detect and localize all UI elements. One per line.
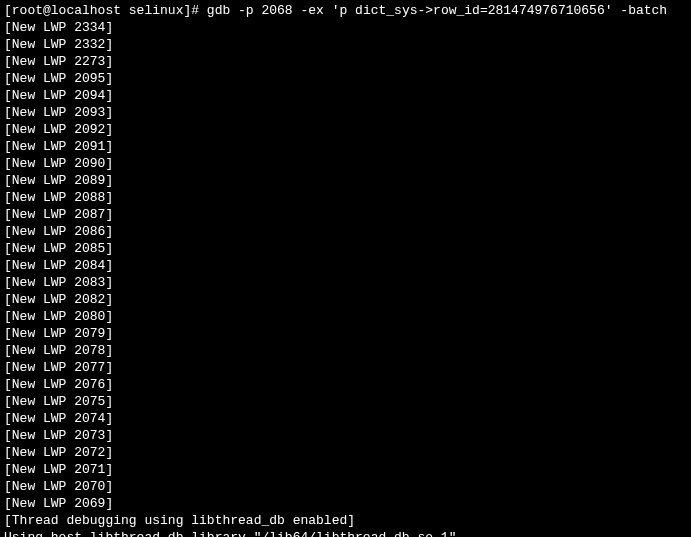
lwp-line: [New LWP 2076] bbox=[4, 376, 687, 393]
lwp-line: [New LWP 2072] bbox=[4, 444, 687, 461]
lwp-line: [New LWP 2089] bbox=[4, 172, 687, 189]
lwp-line: [New LWP 2273] bbox=[4, 53, 687, 70]
lwp-line: [New LWP 2085] bbox=[4, 240, 687, 257]
lwp-line: [New LWP 2077] bbox=[4, 359, 687, 376]
lwp-line: [New LWP 2078] bbox=[4, 342, 687, 359]
lwp-line: [New LWP 2334] bbox=[4, 19, 687, 36]
lwp-line: [New LWP 2094] bbox=[4, 87, 687, 104]
prompt-user-host: [root@localhost selinux]# bbox=[4, 3, 199, 18]
terminal-output: [root@localhost selinux]# gdb -p 2068 -e… bbox=[4, 2, 687, 537]
lwp-line: [New LWP 2074] bbox=[4, 410, 687, 427]
lwp-line: [New LWP 2071] bbox=[4, 461, 687, 478]
lwp-line: [New LWP 2095] bbox=[4, 70, 687, 87]
lwp-line: [New LWP 2088] bbox=[4, 189, 687, 206]
lwp-line: [New LWP 2087] bbox=[4, 206, 687, 223]
command-text: gdb -p 2068 -ex 'p dict_sys->row_id=2814… bbox=[207, 3, 667, 18]
lwp-line: [New LWP 2079] bbox=[4, 325, 687, 342]
lwp-line: [New LWP 2070] bbox=[4, 478, 687, 495]
lwp-line: [New LWP 2073] bbox=[4, 427, 687, 444]
lwp-line: [New LWP 2093] bbox=[4, 104, 687, 121]
lwp-line: [New LWP 2092] bbox=[4, 121, 687, 138]
lwp-line: [New LWP 2332] bbox=[4, 36, 687, 53]
thread-debug-line: [Thread debugging using libthread_db ena… bbox=[4, 512, 687, 529]
lwp-line: [New LWP 2075] bbox=[4, 393, 687, 410]
prompt-line: [root@localhost selinux]# gdb -p 2068 -e… bbox=[4, 2, 687, 19]
lwp-line: [New LWP 2090] bbox=[4, 155, 687, 172]
lwp-line: [New LWP 2083] bbox=[4, 274, 687, 291]
lwp-line: [New LWP 2084] bbox=[4, 257, 687, 274]
lwp-line: [New LWP 2080] bbox=[4, 308, 687, 325]
lwp-line: [New LWP 2069] bbox=[4, 495, 687, 512]
lwp-line: [New LWP 2091] bbox=[4, 138, 687, 155]
lwp-line: [New LWP 2086] bbox=[4, 223, 687, 240]
host-lib-line: Using host libthread_db library "/lib64/… bbox=[4, 529, 687, 537]
lwp-line: [New LWP 2082] bbox=[4, 291, 687, 308]
lwp-list: [New LWP 2334][New LWP 2332][New LWP 227… bbox=[4, 19, 687, 512]
